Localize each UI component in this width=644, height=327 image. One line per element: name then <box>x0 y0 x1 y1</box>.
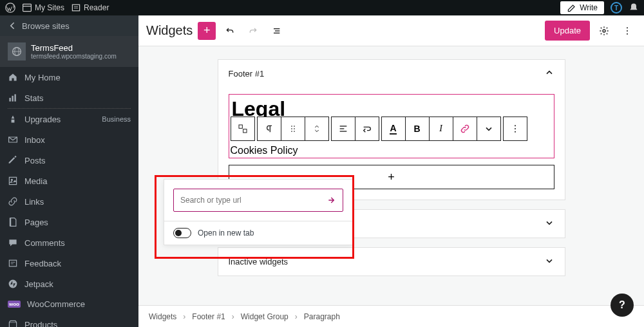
breadcrumb-item[interactable]: Footer #1 <box>192 312 225 321</box>
admin-sidebar: Browse sites TermsFeed termsfeed.wpcomst… <box>0 15 138 327</box>
sidebar-item-woocommerce[interactable]: wooWooCommerce <box>0 294 138 314</box>
widget-area-header[interactable]: Footer #1 <box>218 60 565 88</box>
bold-button[interactable]: B <box>405 117 430 141</box>
block-breadcrumb: Widgets› Footer #1› Widget Group› Paragr… <box>138 305 644 327</box>
link-button[interactable] <box>453 117 477 141</box>
chevron-up-icon <box>544 68 554 80</box>
svg-point-16 <box>9 280 17 288</box>
sidebar-item-my-home[interactable]: My Home <box>0 67 138 88</box>
move-up-down[interactable] <box>305 117 329 141</box>
options-button[interactable] <box>618 22 636 40</box>
svg-rect-1 <box>23 4 32 11</box>
align-button[interactable] <box>331 117 355 141</box>
sidebar-menu: My Home Stats UpgradesBusiness Inbox Pos… <box>0 67 138 327</box>
open-new-tab-toggle[interactable] <box>173 228 191 238</box>
svg-rect-11 <box>14 94 15 101</box>
text-color-button[interactable]: A <box>381 117 406 141</box>
transform-button[interactable] <box>355 117 379 141</box>
browse-sites[interactable]: Browse sites <box>0 15 138 36</box>
update-button[interactable]: Update <box>545 21 590 41</box>
svg-point-24 <box>627 27 628 28</box>
my-sites-link[interactable]: My Sites <box>22 3 64 13</box>
sidebar-item-upgrades[interactable]: UpgradesBusiness <box>0 109 138 129</box>
svg-point-29 <box>291 126 292 127</box>
write-button[interactable]: Write <box>560 1 604 14</box>
sidebar-item-links[interactable]: Links <box>0 191 138 212</box>
svg-point-31 <box>291 128 292 129</box>
chevron-down-icon <box>544 218 554 230</box>
svg-point-40 <box>515 131 516 133</box>
svg-rect-9 <box>9 98 10 102</box>
svg-point-39 <box>515 128 516 129</box>
current-site[interactable]: TermsFeed termsfeed.wpcomstaging.com <box>0 36 138 67</box>
user-avatar[interactable]: T <box>611 2 622 14</box>
main-area: Widgets + Update Footer #1 Legal <box>138 15 644 327</box>
block-toolbar: A B I <box>231 117 553 141</box>
italic-button[interactable]: I <box>429 117 453 141</box>
sidebar-item-stats[interactable]: Stats <box>0 88 138 108</box>
svg-point-33 <box>291 131 292 132</box>
editor-canvas: Footer #1 Legal <box>138 46 644 305</box>
list-view-button[interactable] <box>267 22 285 40</box>
reader-link[interactable]: Reader <box>71 3 109 13</box>
svg-point-23 <box>603 30 605 32</box>
sidebar-item-media[interactable]: Media <box>0 171 138 191</box>
breadcrumb-item[interactable]: Widget Group <box>241 312 289 321</box>
drag-handle[interactable] <box>281 117 305 141</box>
breadcrumb-item[interactable]: Widgets <box>149 312 176 321</box>
submit-icon[interactable] <box>327 195 337 208</box>
svg-point-26 <box>627 33 628 34</box>
help-button[interactable]: ? <box>611 294 634 317</box>
sidebar-item-pages[interactable]: Pages <box>0 212 138 232</box>
svg-point-12 <box>11 179 13 181</box>
paragraph-block[interactable]: Cookies Policy <box>231 145 553 156</box>
site-url: termsfeed.wpcomstaging.com <box>31 53 117 60</box>
sidebar-item-inbox[interactable]: Inbox <box>0 129 138 150</box>
admin-topbar: My Sites Reader Write T <box>0 0 644 15</box>
block-options[interactable] <box>503 117 527 141</box>
more-formatting[interactable] <box>477 117 501 141</box>
sidebar-item-feedback[interactable]: Feedback <box>0 253 138 274</box>
svg-rect-3 <box>72 5 79 11</box>
editor-toolbar: Widgets + Update <box>138 15 644 46</box>
svg-point-38 <box>515 125 516 126</box>
inactive-widgets-header[interactable]: Inactive widgets <box>218 248 565 276</box>
add-block-button[interactable]: + <box>198 22 216 40</box>
svg-point-30 <box>294 126 295 127</box>
undo-button[interactable] <box>221 22 239 40</box>
svg-rect-28 <box>243 129 246 133</box>
svg-point-32 <box>294 128 295 129</box>
settings-button[interactable] <box>595 22 613 40</box>
link-popover: Open in new tab <box>164 179 353 245</box>
svg-rect-10 <box>12 96 13 102</box>
chevron-down-icon <box>544 256 554 268</box>
sidebar-item-products[interactable]: Products <box>0 314 138 327</box>
wp-logo[interactable] <box>5 3 15 13</box>
notifications-icon[interactable] <box>629 3 639 13</box>
inactive-widgets-panel: Inactive widgets <box>218 247 565 276</box>
svg-rect-13 <box>9 260 16 266</box>
paragraph-icon[interactable] <box>257 117 281 141</box>
site-icon <box>8 42 26 61</box>
selected-block-group[interactable]: Legal A B <box>229 94 554 158</box>
open-new-tab-label: Open in new tab <box>198 229 254 238</box>
site-name: TermsFeed <box>31 43 117 53</box>
svg-point-34 <box>294 131 295 132</box>
svg-rect-27 <box>239 125 242 128</box>
sidebar-item-comments[interactable]: Comments <box>0 232 138 253</box>
link-url-input[interactable] <box>173 189 343 212</box>
redo-button[interactable] <box>244 22 262 40</box>
sidebar-item-posts[interactable]: Posts <box>0 150 138 171</box>
block-type-button[interactable] <box>231 117 255 141</box>
sidebar-item-jetpack[interactable]: Jetpack <box>0 274 138 294</box>
breadcrumb-item[interactable]: Paragraph <box>304 312 340 321</box>
page-title: Widgets <box>146 23 193 38</box>
svg-point-25 <box>627 30 628 32</box>
